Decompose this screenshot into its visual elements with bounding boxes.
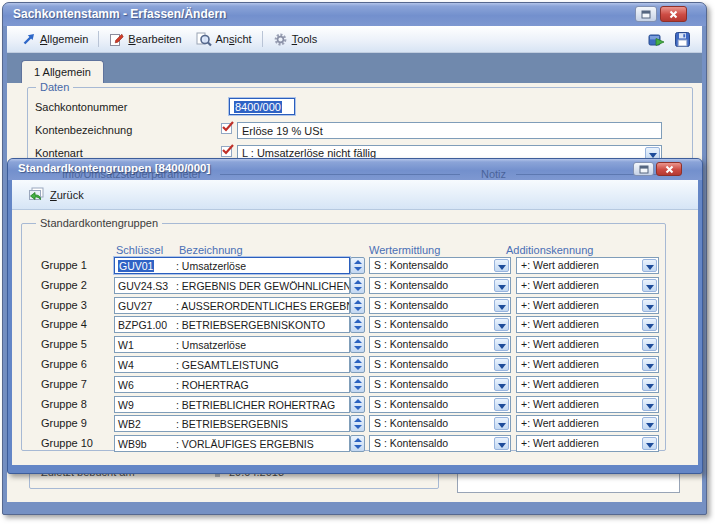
- column-header-bezeichnung: Bezeichnung: [179, 244, 243, 256]
- additionskennung-select[interactable]: +: Wert addieren: [516, 396, 659, 413]
- spinner-icon[interactable]: [350, 396, 365, 413]
- group-key-input[interactable]: GUV01 : Umsatzerlöse: [114, 257, 350, 274]
- additionskennung-value: +: Wert addieren: [521, 437, 640, 450]
- dropdown-arrow-icon[interactable]: [642, 279, 657, 292]
- dropdown-arrow-icon[interactable]: [642, 417, 657, 430]
- spinner-icon[interactable]: [350, 297, 365, 314]
- dropdown-arrow-icon[interactable]: [494, 318, 509, 331]
- additionskennung-select[interactable]: +: Wert addieren: [516, 336, 659, 353]
- additionskennung-select[interactable]: +: Wert addieren: [516, 435, 659, 452]
- dropdown-arrow-icon[interactable]: [642, 437, 657, 450]
- wertermittlung-select[interactable]: S : Kontensaldo: [369, 356, 511, 373]
- wertermittlung-select[interactable]: S : Kontensaldo: [369, 257, 511, 274]
- save-icon[interactable]: [675, 32, 690, 47]
- kontenbezeichnung-value: Erlöse 19 % USt: [242, 125, 323, 137]
- dropdown-arrow-icon[interactable]: [494, 437, 509, 450]
- dropdown-arrow-icon[interactable]: [494, 259, 509, 272]
- dropdown-arrow-icon[interactable]: [494, 338, 509, 351]
- spinner-icon[interactable]: [350, 356, 365, 373]
- group-key-input[interactable]: WB2 : BETRIEBSERGEBNIS: [114, 415, 350, 432]
- export-icon[interactable]: [648, 32, 665, 47]
- group-key-input[interactable]: WB9b : VORLÄUFIGES ERGEBNIS: [114, 435, 350, 452]
- group-key-input[interactable]: GUV27 : AUSSERORDENTLICHES ERGEBNIS: [114, 297, 350, 314]
- dropdown-arrow-icon[interactable]: [494, 358, 509, 371]
- spinner-icon[interactable]: [350, 415, 365, 432]
- additionskennung-select[interactable]: +: Wert addieren: [516, 415, 659, 432]
- spinner-icon[interactable]: [350, 316, 365, 333]
- menu-item-bearbeiten[interactable]: Bearbeiten: [102, 30, 188, 49]
- dropdown-arrow-icon[interactable]: [642, 318, 657, 331]
- back-button[interactable]: Zurück: [24, 185, 88, 204]
- additionskennung-value: +: Wert addieren: [521, 259, 640, 272]
- group-key-input[interactable]: W9 : BETRIEBLICHER ROHERTRAG: [114, 396, 350, 413]
- dropdown-arrow-icon[interactable]: [642, 378, 657, 391]
- wertermittlung-select[interactable]: S : Kontensaldo: [369, 277, 511, 294]
- dialog-titlebar[interactable]: Standardkontengruppen [8400/000] Info/Um…: [8, 159, 702, 180]
- group-key-input[interactable]: W1 : Umsatzerlöse: [114, 336, 350, 353]
- menu-item-ansicht[interactable]: Ansicht: [189, 30, 259, 49]
- group-row: Gruppe 8 W9 : BETRIEBLICHER ROHERTRAG S …: [12, 396, 698, 414]
- group-label: Gruppe 3: [41, 299, 87, 311]
- wertermittlung-select[interactable]: S : Kontensaldo: [369, 336, 511, 353]
- menu-item-tools[interactable]: Tools: [266, 30, 325, 49]
- wertermittlung-select[interactable]: S : Kontensaldo: [369, 316, 511, 333]
- wertermittlung-select[interactable]: S : Kontensaldo: [369, 297, 511, 314]
- dropdown-arrow-icon[interactable]: [494, 378, 509, 391]
- additionskennung-value: +: Wert addieren: [521, 378, 640, 391]
- kontenart-checkbox[interactable]: [221, 146, 232, 157]
- additionskennung-select[interactable]: +: Wert addieren: [516, 316, 659, 333]
- close-button[interactable]: [660, 6, 687, 22]
- close-icon: [669, 10, 678, 19]
- dialog-toolbar: Zurück: [12, 180, 698, 210]
- sachkontonummer-input[interactable]: 8400/000: [229, 98, 295, 115]
- kontenbezeichnung-checkbox[interactable]: [221, 123, 232, 134]
- tab-allgemein[interactable]: 1 Allgemein: [21, 60, 104, 83]
- additionskennung-select[interactable]: +: Wert addieren: [516, 297, 659, 314]
- restore-button[interactable]: [635, 6, 657, 22]
- wertermittlung-select[interactable]: S : Kontensaldo: [369, 435, 511, 452]
- dropdown-arrow-icon[interactable]: [642, 338, 657, 351]
- kontenbezeichnung-input[interactable]: Erlöse 19 % USt: [237, 122, 662, 139]
- kontenbezeichnung-label: Kontenbezeichnung: [35, 124, 132, 136]
- additionskennung-select[interactable]: +: Wert addieren: [516, 257, 659, 274]
- additionskennung-select[interactable]: +: Wert addieren: [516, 277, 659, 294]
- menubar: Allgemein Bearbeiten Ansic: [7, 26, 702, 53]
- spinner-icon[interactable]: [350, 435, 365, 452]
- spinner-icon[interactable]: [350, 336, 365, 353]
- group-key: WB2: [115, 418, 176, 430]
- restore-icon: [641, 10, 651, 19]
- dropdown-arrow-icon[interactable]: [494, 398, 509, 411]
- menu-item-label: Bearbeiten: [128, 33, 181, 45]
- dropdown-arrow-icon[interactable]: [642, 299, 657, 312]
- dropdown-arrow-icon[interactable]: [494, 279, 509, 292]
- menu-item-allgemein[interactable]: Allgemein: [15, 30, 95, 48]
- wertermittlung-value: S : Kontensaldo: [374, 358, 492, 371]
- wertermittlung-select[interactable]: S : Kontensaldo: [369, 376, 511, 393]
- dropdown-arrow-icon[interactable]: [642, 398, 657, 411]
- dropdown-arrow-icon[interactable]: [642, 259, 657, 272]
- column-header-additionskennung: Additionskennung: [506, 244, 593, 256]
- dialog-restore-button[interactable]: [633, 162, 654, 176]
- group-key-input[interactable]: BZPG1.00 : BETRIEBSERGEBNISKONTO: [114, 316, 350, 333]
- additionskennung-select[interactable]: +: Wert addieren: [516, 356, 659, 373]
- group-label: Gruppe 5: [41, 338, 87, 350]
- group-key-input[interactable]: W6 : ROHERTRAG: [114, 376, 350, 393]
- dropdown-arrow-icon[interactable]: [494, 299, 509, 312]
- wertermittlung-value: S : Kontensaldo: [374, 338, 492, 351]
- main-window-titlebar[interactable]: Sachkontenstamm - Erfassen/Ändern: [3, 3, 706, 26]
- dropdown-arrow-icon[interactable]: [494, 417, 509, 430]
- wertermittlung-value: S : Kontensaldo: [374, 299, 492, 312]
- spinner-icon[interactable]: [350, 257, 365, 274]
- wertermittlung-select[interactable]: S : Kontensaldo: [369, 415, 511, 432]
- dropdown-arrow-icon[interactable]: [642, 358, 657, 371]
- spinner-icon[interactable]: [350, 277, 365, 294]
- group-key-input[interactable]: GUV24.S3 : ERGEBNIS DER GEWÖHNLICHEN GES: [114, 277, 350, 294]
- group-key-input[interactable]: W4 : GESAMTLEISTUNG: [114, 356, 350, 373]
- group-label: Gruppe 6: [41, 358, 87, 370]
- spinner-icon[interactable]: [350, 376, 365, 393]
- wertermittlung-select[interactable]: S : Kontensaldo: [369, 396, 511, 413]
- standardkontengruppen-dialog: Standardkontengruppen [8400/000] Info/Um…: [7, 158, 703, 474]
- wertermittlung-value: S : Kontensaldo: [374, 398, 492, 411]
- additionskennung-select[interactable]: +: Wert addieren: [516, 376, 659, 393]
- dialog-close-button[interactable]: [656, 162, 682, 176]
